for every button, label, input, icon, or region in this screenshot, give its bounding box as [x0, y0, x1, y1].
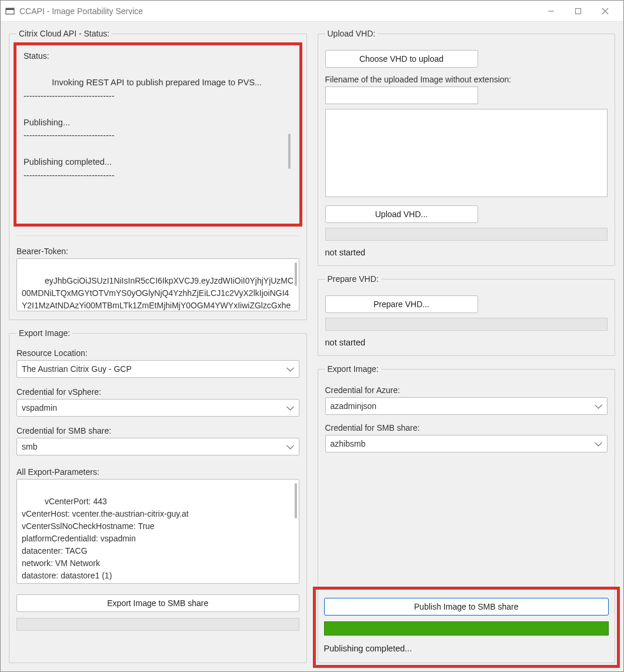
- left-column: Citrix Cloud API - Status: Status: Invok…: [9, 29, 307, 663]
- resource-location-value: The Austrian Citrix Guy - GCP: [22, 364, 132, 374]
- choose-vhd-button[interactable]: Choose VHD to upload: [325, 50, 478, 68]
- upload-vhd-button-label: Upload VHD...: [375, 209, 428, 219]
- close-button[interactable]: [592, 1, 619, 21]
- maximize-button[interactable]: [565, 1, 592, 21]
- export-group-legend-right: Export Image:: [325, 364, 381, 374]
- bearer-token-textbox[interactable]: eyJhbGciOiJSUzI1NiIsInR5cCI6IkpXVCJ9.eyJ…: [16, 258, 299, 311]
- export-image-group-right: Export Image: Credential for Azure: azad…: [318, 364, 616, 663]
- smb-credential-label-left: Credential for SMB share:: [16, 426, 299, 435]
- status-highlight: Status: Invoking REST API to publish pre…: [16, 45, 299, 224]
- window-controls: [538, 1, 619, 21]
- scrollbar-thumb[interactable]: [288, 134, 291, 169]
- export-progress-bar: [16, 618, 299, 631]
- vsphere-credential-value: vspadmin: [22, 403, 57, 412]
- azure-credential-label: Credential for Azure:: [325, 385, 608, 395]
- publish-status-text: Publishing completed...: [324, 644, 609, 653]
- smb-credential-select-left[interactable]: smb: [16, 438, 299, 455]
- svg-rect-3: [576, 8, 581, 14]
- status-group-legend: Citrix Cloud API - Status:: [16, 29, 112, 38]
- publish-image-button[interactable]: Publish Image to SMB share: [324, 598, 609, 616]
- export-params-textbox[interactable]: vCenterPort: 443 vCenterHost: vcenter.th…: [16, 479, 299, 584]
- vsphere-credential-label: Credential for vSphere:: [16, 387, 299, 397]
- upload-vhd-group: Upload VHD: Choose VHD to upload Filenam…: [318, 29, 616, 266]
- publish-image-button-label: Publish Image to SMB share: [414, 602, 518, 611]
- smb-credential-select-right[interactable]: azhibsmb: [325, 435, 608, 453]
- export-params-text: vCenterPort: 443 vCenterHost: vcenter.th…: [22, 497, 189, 584]
- status-log-textbox[interactable]: Invoking REST API to publish prepared Im…: [24, 63, 292, 208]
- prepare-progress-bar: [325, 318, 608, 331]
- upload-status-text: not started: [325, 248, 608, 257]
- bearer-token-text: eyJhbGciOiJSUzI1NiIsInR5cCI6IkpXVCJ9.eyJ…: [22, 276, 293, 311]
- publish-progress-bar: [324, 621, 609, 636]
- bearer-label: Bearer-Token:: [16, 247, 299, 256]
- upload-preview-box: [325, 109, 608, 197]
- prepare-vhd-button[interactable]: Prepare VHD...: [325, 295, 478, 313]
- client-area: Citrix Cloud API - Status: Status: Invok…: [1, 22, 623, 671]
- export-image-button[interactable]: Export Image to SMB share: [16, 594, 299, 612]
- export-group-legend-left: Export Image:: [16, 328, 72, 338]
- export-params-label: All Export-Parameters:: [16, 467, 299, 477]
- smb-credential-label-right: Credential for SMB share:: [325, 423, 608, 433]
- upload-group-legend: Upload VHD:: [325, 29, 378, 38]
- prepare-vhd-button-label: Prepare VHD...: [373, 300, 429, 309]
- smb-credential-value-left: smb: [22, 442, 37, 451]
- app-icon: [5, 6, 15, 16]
- azure-credential-select[interactable]: azadminjson: [325, 397, 608, 415]
- resource-location-label: Resource Location:: [16, 348, 299, 358]
- export-image-button-label: Export Image to SMB share: [107, 598, 208, 608]
- scrollbar-thumb[interactable]: [295, 483, 297, 518]
- titlebar: CCAPI - Image Portability Service: [1, 1, 623, 22]
- prepare-group-legend: Prepare VHD:: [325, 274, 381, 284]
- window-title: CCAPI - Image Portability Service: [19, 6, 538, 16]
- minimize-button[interactable]: [538, 1, 565, 21]
- vsphere-credential-select[interactable]: vspadmin: [16, 399, 299, 417]
- azure-credential-value: azadminjson: [331, 401, 377, 411]
- scrollbar-thumb[interactable]: [295, 262, 297, 286]
- choose-vhd-button-label: Choose VHD to upload: [359, 54, 443, 64]
- upload-vhd-button[interactable]: Upload VHD...: [325, 205, 478, 223]
- publish-highlight: Publish Image to SMB share Publishing co…: [316, 590, 618, 665]
- export-image-group-left: Export Image: Resource Location: The Aus…: [9, 328, 307, 663]
- status-log-text: Invoking REST API to publish prepared Im…: [24, 78, 262, 179]
- svg-rect-1: [6, 8, 14, 10]
- prepare-status-text: not started: [325, 338, 608, 347]
- right-column: Upload VHD: Choose VHD to upload Filenam…: [318, 29, 616, 663]
- status-label: Status:: [24, 51, 292, 61]
- resource-location-select[interactable]: The Austrian Citrix Guy - GCP: [16, 360, 299, 378]
- filename-label: Filename of the uploaded Image without e…: [325, 75, 608, 84]
- upload-progress-bar: [325, 228, 608, 241]
- smb-credential-value-right: azhibsmb: [331, 439, 366, 448]
- app-window: CCAPI - Image Portability Service Citrix…: [0, 0, 624, 672]
- filename-input[interactable]: [325, 87, 478, 104]
- prepare-vhd-group: Prepare VHD: Prepare VHD... not started: [318, 274, 616, 356]
- status-group: Citrix Cloud API - Status: Status: Invok…: [9, 29, 307, 320]
